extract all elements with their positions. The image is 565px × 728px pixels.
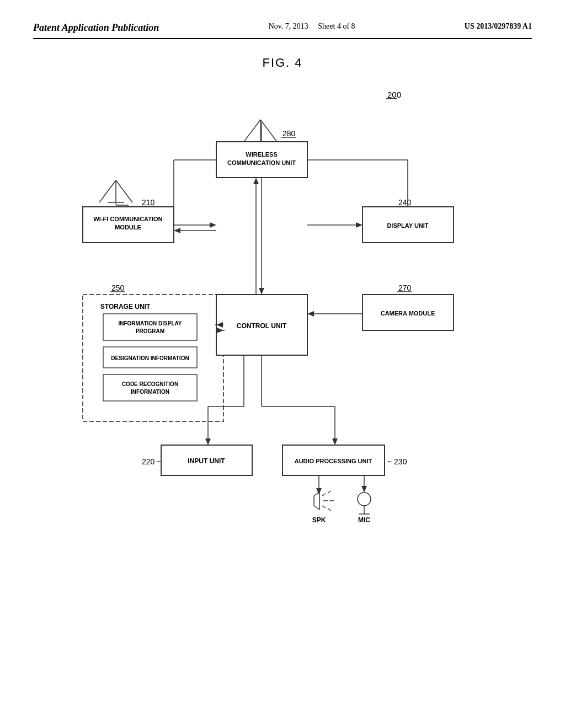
svg-text:INPUT UNIT: INPUT UNIT xyxy=(188,457,225,465)
svg-marker-47 xyxy=(174,228,180,233)
diagram-container: 200 280 210 240 250 270 xyxy=(45,81,520,577)
svg-text:210: 210 xyxy=(142,198,155,207)
header-date-sheet: Nov. 7, 2013 Sheet 4 of 8 xyxy=(269,22,355,31)
svg-line-74 xyxy=(314,506,319,510)
svg-text:MIC: MIC xyxy=(358,516,370,524)
svg-text:220 ~: 220 ~ xyxy=(142,457,161,466)
svg-line-3 xyxy=(260,120,277,142)
code-recognition-box xyxy=(103,374,197,401)
svg-line-78 xyxy=(322,506,326,508)
page: Patent Application Publication Nov. 7, 2… xyxy=(0,0,565,728)
svg-line-2 xyxy=(244,120,260,142)
info-display-box xyxy=(103,314,197,340)
publication-title: Patent Application Publication xyxy=(33,22,159,34)
svg-text:INFORMATION: INFORMATION xyxy=(131,389,169,395)
svg-text:280: 280 xyxy=(282,129,296,138)
svg-line-79 xyxy=(328,491,331,493)
patent-number: US 2013/0297839 A1 xyxy=(465,22,532,31)
diagram-svg: 200 280 210 240 250 270 xyxy=(45,81,520,577)
svg-marker-43 xyxy=(253,178,259,184)
figure-label: FIG. 4 xyxy=(33,56,532,70)
svg-text:INFORMATION DISPLAY: INFORMATION DISPLAY xyxy=(118,320,182,326)
svg-text:STORAGE UNIT: STORAGE UNIT xyxy=(100,303,151,311)
page-header: Patent Application Publication Nov. 7, 2… xyxy=(33,22,532,39)
svg-text:PROGRAM: PROGRAM xyxy=(136,328,164,334)
svg-marker-55 xyxy=(307,311,314,317)
svg-text:SPK: SPK xyxy=(312,516,326,524)
ref-200: 200 xyxy=(387,90,401,99)
svg-line-6 xyxy=(99,180,116,202)
svg-marker-41 xyxy=(259,288,264,295)
svg-point-82 xyxy=(358,493,371,506)
svg-text:AUDIO PROCESSING UNIT: AUDIO PROCESSING UNIT xyxy=(295,458,372,464)
svg-line-7 xyxy=(116,180,132,202)
svg-text:DISPLAY UNIT: DISPLAY UNIT xyxy=(387,222,428,229)
svg-text:WI-FI COMMUNICATION: WI-FI COMMUNICATION xyxy=(93,216,162,222)
svg-text:240: 240 xyxy=(398,198,412,207)
svg-marker-59 xyxy=(205,438,211,445)
svg-marker-49 xyxy=(356,222,363,228)
svg-line-81 xyxy=(328,508,331,511)
svg-text:250: 250 xyxy=(111,283,125,292)
header-sheet: Sheet 4 of 8 xyxy=(318,22,355,30)
svg-text:~ 230: ~ 230 xyxy=(387,457,407,466)
svg-marker-45 xyxy=(210,222,216,228)
svg-text:COMMUNICATION UNIT: COMMUNICATION UNIT xyxy=(227,159,296,166)
svg-text:CODE RECOGNITION: CODE RECOGNITION xyxy=(122,381,178,387)
svg-text:MODULE: MODULE xyxy=(115,224,141,231)
svg-line-76 xyxy=(322,494,326,496)
header-date: Nov. 7, 2013 xyxy=(269,22,308,30)
svg-text:DESIGNATION INFORMATION: DESIGNATION INFORMATION xyxy=(111,355,189,361)
svg-text:CAMERA MODULE: CAMERA MODULE xyxy=(381,310,435,317)
svg-marker-90 xyxy=(361,486,367,493)
svg-text:270: 270 xyxy=(398,283,412,292)
svg-marker-63 xyxy=(332,438,338,445)
svg-text:WIRELESS: WIRELESS xyxy=(246,151,277,158)
svg-text:CONTROL UNIT: CONTROL UNIT xyxy=(237,322,287,330)
